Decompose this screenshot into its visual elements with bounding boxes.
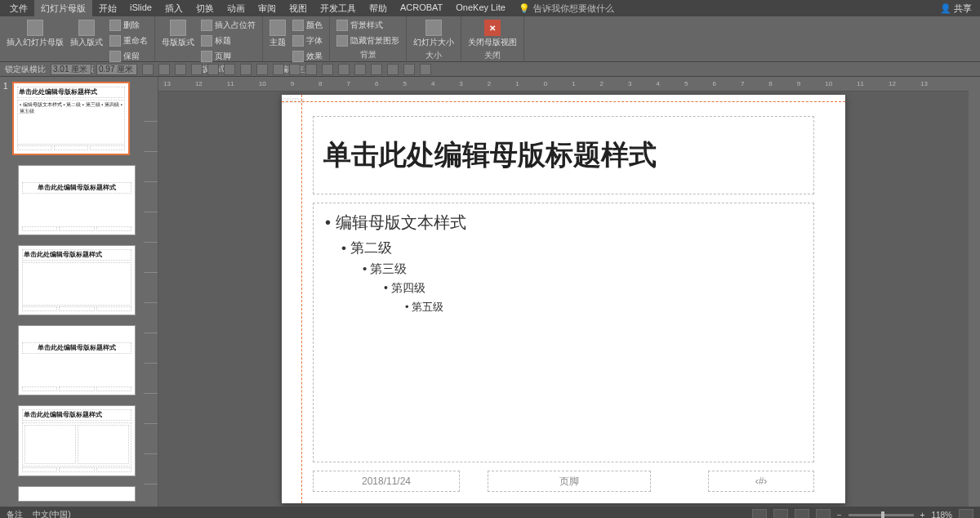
insert-layout-button[interactable]: 插入版式 [69,18,105,50]
effects-button[interactable]: 效果 [291,49,324,64]
tab-developer[interactable]: 开发工具 [314,0,363,17]
share-button[interactable]: 👤 共享 [935,2,977,15]
thumb-title: 单击此处编辑母版标题样式 [22,182,131,194]
sorter-view-button[interactable] [773,509,788,518]
quick-tool-icon[interactable] [289,64,301,75]
body-level-5: • 第五级 [405,300,802,315]
insert-placeholder-label: 插入占位符 [215,20,256,31]
title-label: 标题 [215,35,231,47]
tab-insert[interactable]: 插入 [158,0,189,17]
quick-tool-icon[interactable] [175,64,186,75]
vertical-scrollbar[interactable] [969,77,980,507]
insert-placeholder-button[interactable]: 插入占位符 [199,18,257,33]
colors-button[interactable]: 颜色 [291,18,324,33]
quick-tool-icon[interactable] [420,64,431,75]
status-bar: 备注 中文(中国) − + 118% [0,507,980,518]
lightbulb-icon: 💡 [519,3,530,14]
tab-help[interactable]: 帮助 [363,0,394,17]
title-text: 单击此处编辑母版标题样式 [323,136,657,174]
date-placeholder[interactable]: 2018/11/24 [313,471,460,492]
close-master-button[interactable]: ✕关闭母版视图 [466,18,519,50]
width-input[interactable] [51,64,91,75]
thumb-layout-2[interactable]: 单击此处编辑母版标题样式 [18,245,136,315]
colors-label: 颜色 [306,20,323,31]
slide-canvas[interactable]: 单击此处编辑母版标题样式 • 编辑母版文本样式 • 第二级 • 第三级 • 第四… [282,95,845,503]
slide-size-button[interactable]: 幻灯片大小 [412,18,456,50]
zoom-in-button[interactable]: + [920,511,925,519]
date-text: 2018/11/24 [362,476,411,487]
ruler-tick: 5 [403,80,406,87]
reading-view-button[interactable] [795,509,809,518]
rename-button[interactable]: 重命名 [108,33,149,48]
quick-tool-icon[interactable] [338,64,350,75]
body-placeholder[interactable]: • 编辑母版文本样式 • 第二级 • 第三级 • 第四级 • 第五级 [313,203,814,462]
quick-tool-icon[interactable] [240,64,252,75]
slideshow-view-button[interactable] [816,509,831,518]
fit-to-window-button[interactable] [959,509,973,518]
slide-number-placeholder[interactable]: ‹#› [708,471,814,492]
thumbnail-panel[interactable]: 1 单击此处编辑母版标题样式 • 编辑母版文本样式 • 第二级 • 第三级 • … [0,77,144,507]
close-master-label: 关闭母版视图 [468,37,517,48]
preserve-button[interactable]: 保留 [108,49,149,64]
background-styles-button[interactable]: 背景样式 [335,18,401,33]
canvas-scroll[interactable]: 单击此处编辑母版标题样式 • 编辑母版文本样式 • 第二级 • 第三级 • 第四… [158,92,969,507]
insert-slide-master-button[interactable]: 插入幻灯片母版 [5,18,65,50]
footers-checkbox[interactable]: 页脚 [199,49,257,64]
title-placeholder[interactable]: 单击此处编辑母版标题样式 [313,116,814,194]
quick-tool-icon[interactable] [191,64,203,75]
quick-tool-icon[interactable] [273,64,284,75]
checkbox-icon [201,35,212,47]
quick-tool-icon[interactable] [387,64,399,75]
thumb-layout-4[interactable]: 单击此处编辑母版标题样式 [18,405,136,476]
quick-tool-icon[interactable] [322,64,333,75]
quick-tool-icon[interactable] [256,64,268,75]
quick-tool-icon[interactable] [207,64,219,75]
tab-islide[interactable]: iSlide [123,0,158,17]
preserve-label: 保留 [123,51,140,62]
fonts-button[interactable]: 字体 [291,33,324,48]
tab-view[interactable]: 视图 [283,0,314,17]
tab-review[interactable]: 审阅 [252,0,283,17]
tab-home[interactable]: 开始 [92,0,123,17]
normal-view-button[interactable] [752,509,767,518]
tab-transitions[interactable]: 切换 [189,0,220,17]
tab-animations[interactable]: 动画 [220,0,252,17]
zoom-out-button[interactable]: − [837,511,842,519]
hide-bg-graphics-checkbox[interactable]: 隐藏背景图形 [335,33,401,48]
language-status[interactable]: 中文(中国) [33,509,71,518]
ribbon-group-master-layout: 母版版式 插入占位符 标题 页脚 母版版式 [155,16,263,61]
quick-tool-icon[interactable] [158,64,170,75]
thumb-layout-3[interactable]: 单击此处编辑母版标题样式 [18,325,136,395]
thumb-layout-5[interactable] [18,486,136,502]
thumb-footer [22,467,131,472]
menu-tabs: 文件 幻灯片母版 开始 iSlide 插入 切换 动画 审阅 视图 开发工具 帮… [3,0,512,17]
quick-tool-icon[interactable] [305,64,317,75]
thumb-layout-1[interactable]: 单击此处编辑母版标题样式 [18,165,136,235]
ruler-tick: 4 [431,80,434,87]
tab-slide-master[interactable]: 幻灯片母版 [34,0,92,17]
quick-tool-icon[interactable] [142,64,154,75]
zoom-level[interactable]: 118% [931,511,952,519]
quick-tool-icon[interactable] [371,64,382,75]
tell-me-label: 告诉我你想要做什么 [533,2,614,15]
master-layout-button[interactable]: 母版版式 [160,18,196,50]
title-checkbox[interactable]: 标题 [199,33,257,48]
footer-placeholder[interactable]: 页脚 [488,471,651,492]
height-input[interactable] [96,64,137,75]
thumb-number: 1 [3,82,10,155]
quick-tool-icon[interactable] [354,64,366,75]
ruler-tick: 1 [515,80,519,87]
tell-me[interactable]: 💡 告诉我你想要做什么 [519,2,614,15]
thumb-master-1[interactable]: 单击此处编辑母版标题样式 • 编辑母版文本样式 • 第二级 • 第三级 • 第四… [12,82,130,155]
quick-tool-icon[interactable] [403,64,415,75]
delete-button[interactable]: 删除 [108,18,149,33]
zoom-slider[interactable] [849,514,914,516]
quick-tool-icon[interactable] [224,64,235,75]
tab-acrobat[interactable]: ACROBAT [394,0,449,17]
themes-button[interactable]: 主题 [268,18,287,50]
body-level-4: • 第四级 [384,281,802,296]
tab-file[interactable]: 文件 [3,0,34,17]
tab-onekey[interactable]: OneKey Lite [449,0,512,17]
notes-button[interactable]: 备注 [7,509,23,518]
slide-size-icon [425,20,442,36]
